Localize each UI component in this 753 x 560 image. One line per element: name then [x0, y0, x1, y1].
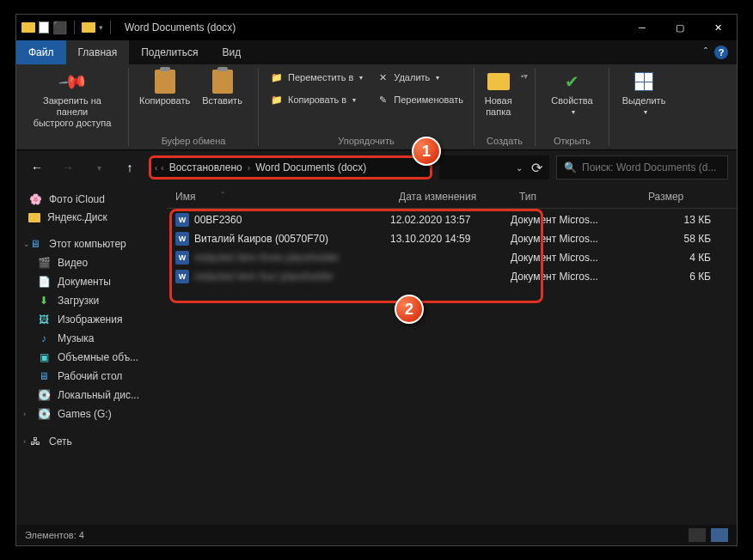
- tab-file[interactable]: Файл: [16, 40, 66, 64]
- search-placeholder: Поиск: Word Documents (d...: [582, 161, 716, 173]
- sidebar-item-games[interactable]: ›💽Games (G:): [16, 405, 167, 423]
- recent-dropdown[interactable]: ▾: [87, 155, 111, 180]
- large-icons-view-button[interactable]: [711, 528, 728, 542]
- move-icon: 📁: [269, 70, 285, 85]
- column-name[interactable]: Имяˆ: [167, 191, 390, 203]
- word-icon: W: [175, 213, 189, 227]
- select-button[interactable]: Выделить▾: [619, 68, 670, 119]
- column-type[interactable]: Тип: [511, 191, 640, 203]
- group-open-label: Открыть: [542, 134, 602, 146]
- sidebar-item-icloud[interactable]: 🌸Фото iCloud: [16, 190, 167, 209]
- group-new-label: Создать: [481, 134, 528, 146]
- paste-button[interactable]: Вставить: [199, 68, 246, 108]
- pin-icon: 📌: [56, 65, 89, 98]
- explorer-window: ⬛ ▾ Word Documents (docx) ─ ▢ ✕ Файл Гла…: [15, 14, 738, 546]
- dropdown-icon[interactable]: ⌄: [516, 163, 523, 173]
- new-item-dropdown[interactable]: ▪▾: [521, 68, 529, 81]
- rename-button[interactable]: ✎Переименовать: [371, 90, 467, 109]
- downloads-icon: ⬇: [37, 294, 51, 307]
- cube-icon: ▣: [37, 350, 51, 364]
- forward-button[interactable]: →: [56, 155, 80, 180]
- file-row[interactable]: Wredacted item four placeholder Документ…: [167, 267, 737, 286]
- chevron-right-icon: ›: [248, 163, 250, 173]
- details-view-button[interactable]: [689, 528, 706, 542]
- callout-badge-2: 2: [395, 295, 424, 324]
- callout-badge-1: 1: [412, 137, 441, 166]
- delete-button[interactable]: ✕Удалить▾: [371, 68, 467, 87]
- drive-icon: 💽: [37, 388, 51, 402]
- pin-quick-access-button[interactable]: 📌 Закрепить на панели быстрого доступа: [23, 68, 121, 131]
- expand-icon[interactable]: ›: [23, 410, 26, 418]
- qat: ⬛ ▾: [16, 21, 119, 34]
- file-row[interactable]: Wredacted item three placeholder Докумен…: [167, 248, 737, 267]
- menubar: Файл Главная Поделиться Вид ˆ ?: [16, 40, 737, 64]
- close-button[interactable]: ✕: [699, 15, 737, 40]
- file-row[interactable]: W00BF2360 12.02.2020 13:57 Документ Micr…: [167, 210, 737, 229]
- chevron-left-icon[interactable]: ‹: [161, 163, 163, 173]
- group-clipboard-label: Буфер обмена: [136, 134, 251, 146]
- tab-home[interactable]: Главная: [66, 40, 130, 64]
- checkmark-icon: ✔: [565, 71, 579, 92]
- sidebar-item-3d[interactable]: ▣Объемные объ...: [16, 348, 167, 367]
- statusbar: Элементов: 4: [16, 525, 737, 545]
- maximize-button[interactable]: ▢: [661, 15, 699, 40]
- sidebar-item-thispc[interactable]: ⌄🖥Этот компьютер: [16, 234, 167, 253]
- window-controls: ─ ▢ ✕: [623, 15, 737, 40]
- qat-dropdown[interactable]: ▾: [99, 23, 103, 32]
- back-button[interactable]: ←: [25, 155, 49, 180]
- move-to-button[interactable]: 📁Переместить в▾: [266, 68, 366, 87]
- sidebar-item-yandex[interactable]: Яндекс.Диск: [16, 209, 167, 226]
- pictures-icon: 🖼: [37, 313, 51, 326]
- minimize-button[interactable]: ─: [623, 15, 661, 40]
- pc-icon: 🖥: [28, 237, 42, 251]
- navigation-pane[interactable]: 🌸Фото iCloud Яндекс.Диск ⌄🖥Этот компьюте…: [16, 185, 167, 525]
- sidebar-item-network[interactable]: ›🖧Сеть: [16, 432, 167, 451]
- tab-view[interactable]: Вид: [210, 40, 253, 64]
- sidebar-item-music[interactable]: ♪Музыка: [16, 329, 167, 348]
- folder-icon: [82, 22, 95, 33]
- column-headers[interactable]: Имяˆ Дата изменения Тип Размер: [167, 185, 737, 209]
- collapse-ribbon-icon[interactable]: ˆ: [704, 46, 707, 58]
- copy-to-button[interactable]: 📁Копировать в▾: [266, 90, 366, 109]
- copy-to-icon: 📁: [269, 92, 285, 107]
- expand-icon[interactable]: ⌄: [23, 240, 30, 248]
- clipboard-icon: [212, 70, 233, 94]
- sidebar-item-localdisk[interactable]: 💽Локальный дис...: [16, 386, 167, 405]
- item-count: Элементов: 4: [25, 530, 84, 540]
- chevron-left-icon[interactable]: ‹: [155, 163, 157, 173]
- documents-icon: 📄: [37, 275, 51, 289]
- properties-button[interactable]: ✔ Свойства▾: [548, 68, 596, 119]
- window-title: Word Documents (docx): [125, 21, 236, 33]
- tab-share[interactable]: Поделиться: [129, 40, 210, 64]
- sidebar-item-pictures[interactable]: 🖼Изображения: [16, 310, 167, 329]
- refresh-icon[interactable]: ⟳: [531, 160, 542, 176]
- new-folder-button[interactable]: Новая папка: [481, 68, 516, 119]
- file-row[interactable]: WВиталий Каиров (00570F70) 13.10.2020 14…: [167, 229, 737, 248]
- rename-icon: ✎: [375, 92, 390, 107]
- titlebar: ⬛ ▾ Word Documents (docx) ─ ▢ ✕: [16, 15, 737, 40]
- expand-icon[interactable]: ›: [23, 437, 26, 446]
- ribbon: 📌 Закрепить на панели быстрого доступа К…: [16, 64, 737, 150]
- search-input[interactable]: 🔍 Поиск: Word Documents (d...: [556, 155, 728, 180]
- content-area: 🌸Фото iCloud Яндекс.Диск ⌄🖥Этот компьюте…: [16, 185, 737, 525]
- sidebar-item-documents[interactable]: 📄Документы: [16, 272, 167, 291]
- word-icon: W: [175, 232, 189, 246]
- breadcrumb-part[interactable]: Восстановлено: [168, 161, 244, 173]
- sidebar-item-desktop[interactable]: 🖥Рабочий стол: [16, 367, 167, 386]
- column-size[interactable]: Размер: [640, 191, 737, 203]
- breadcrumb-part[interactable]: Word Documents (docx): [254, 161, 368, 173]
- copy-button[interactable]: Копировать: [136, 68, 193, 108]
- network-icon: 🖧: [28, 435, 42, 448]
- address-bar[interactable]: ‹ ‹ Восстановлено › Word Documents (docx…: [149, 155, 432, 180]
- sidebar-item-downloads[interactable]: ⬇Загрузки: [16, 291, 167, 310]
- address-actions: ⌄ ⟳: [439, 155, 549, 180]
- sidebar-item-video[interactable]: 🎬Видео: [16, 253, 167, 272]
- help-icon[interactable]: ?: [714, 46, 728, 59]
- up-button[interactable]: ↑: [118, 155, 142, 180]
- new-folder-icon: [487, 73, 510, 90]
- column-date[interactable]: Дата изменения: [390, 191, 511, 203]
- navbar: ← → ▾ ↑ ‹ ‹ Восстановлено › Word Documen…: [16, 150, 737, 185]
- file-list-pane: Имяˆ Дата изменения Тип Размер W00BF2360…: [167, 185, 737, 525]
- folder-icon: [21, 22, 35, 33]
- separator: [110, 21, 111, 34]
